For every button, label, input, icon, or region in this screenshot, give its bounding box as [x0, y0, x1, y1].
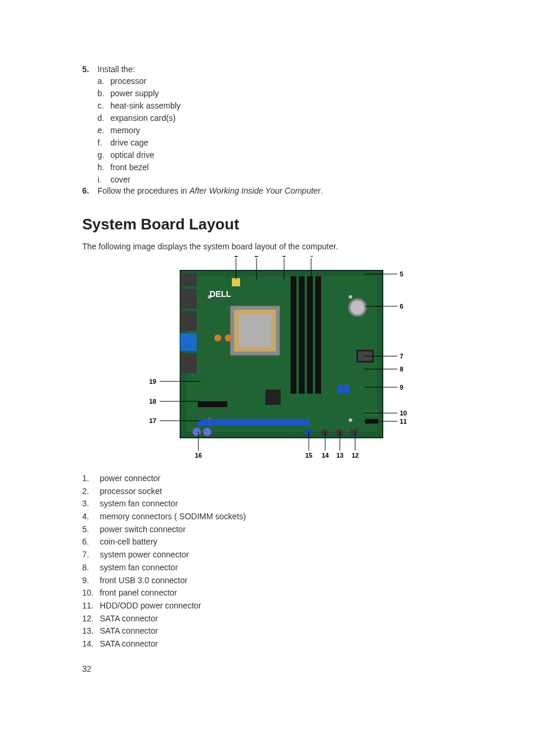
step-text: Install the:	[97, 65, 478, 74]
sub-item: f.drive cage	[97, 137, 478, 149]
svg-rect-23	[180, 273, 197, 286]
sub-item: b.power supply	[97, 87, 478, 100]
sub-letter: g.	[97, 149, 110, 161]
legend-num: 8.	[82, 562, 100, 574]
legend-num: 4.	[82, 510, 100, 523]
callout-label: 19	[149, 378, 156, 385]
sub-text: processor	[110, 75, 146, 87]
system-board-figure: DELL 12345678910111918171615141312	[82, 256, 478, 463]
legend-text: power connector	[100, 472, 161, 485]
legend-item: 5.power switch connector	[82, 523, 478, 536]
legend-item: 7.system power connector	[82, 549, 478, 562]
callout-label: 12	[352, 452, 359, 459]
legend-list: 1.power connector2.processor socket3.sys…	[82, 472, 478, 651]
callout-label: 11	[400, 418, 407, 425]
svg-rect-19	[365, 410, 378, 415]
svg-rect-33	[336, 430, 343, 435]
callout-label: 10	[400, 410, 407, 417]
callout-label: 8	[400, 366, 403, 373]
legend-item: 11.HDD/ODD power connector	[82, 600, 478, 613]
legend-text: SATA connector	[100, 613, 158, 625]
legend-text: memory connectors ( SODIMM sockets)	[100, 510, 246, 523]
step-6-suffix: .	[321, 186, 323, 195]
callout-label: 13	[336, 452, 343, 459]
svg-rect-12	[315, 276, 321, 394]
callout-label: 17	[149, 417, 156, 424]
svg-rect-27	[180, 353, 197, 373]
svg-point-35	[193, 428, 201, 436]
legend-text: SATA connector	[100, 625, 158, 638]
svg-rect-31	[305, 430, 312, 435]
sub-item: g.optical drive	[97, 149, 478, 161]
callout-label: 18	[149, 398, 156, 405]
sub-letter: e.	[97, 124, 110, 137]
legend-num: 13.	[82, 625, 100, 638]
svg-rect-21	[198, 419, 309, 426]
legend-item: 8.system fan connector	[82, 562, 478, 574]
step-text: Follow the procedures in After Working I…	[97, 186, 478, 195]
svg-rect-26	[180, 333, 197, 351]
callout-label: 4	[309, 256, 313, 258]
svg-rect-32	[321, 430, 328, 435]
legend-num: 9.	[82, 574, 100, 587]
svg-point-5	[349, 418, 352, 422]
legend-item: 9.front USB 3.0 connector	[82, 574, 478, 587]
legend-text: SATA connector	[100, 638, 158, 651]
intro-text: The following image displays the system …	[82, 242, 478, 251]
svg-rect-11	[307, 276, 313, 394]
svg-rect-34	[350, 430, 357, 435]
step-6-italic: After Working Inside Your Computer	[189, 186, 321, 195]
sub-text: drive cage	[110, 137, 149, 149]
sub-letter: d.	[97, 112, 110, 124]
motherboard-diagram: DELL 12345678910111918171615141312	[145, 256, 415, 461]
callout-label: 5	[400, 270, 403, 278]
sub-text: expansion card(s)	[110, 112, 176, 124]
legend-text: coin-cell battery	[100, 536, 157, 549]
svg-rect-1	[186, 276, 377, 432]
legend-item: 2.processor socket	[82, 485, 478, 498]
legend-num: 14.	[82, 638, 100, 651]
sub-text: optical drive	[110, 149, 154, 161]
sub-text: heat-sink assembly	[110, 100, 181, 112]
section-heading: System Board Layout	[82, 215, 478, 234]
legend-num: 2.	[82, 485, 100, 498]
step-marker: 5.	[82, 65, 97, 74]
sub-item: e.memory	[97, 124, 478, 137]
sub-item: c.heat-sink assembly	[97, 100, 478, 112]
legend-num: 7.	[82, 549, 100, 562]
callout-label: 1	[234, 256, 238, 258]
svg-rect-25	[180, 311, 197, 331]
legend-num: 6.	[82, 536, 100, 549]
svg-point-29	[225, 334, 232, 341]
sub-letter: c.	[97, 100, 110, 112]
sub-text: front bezel	[110, 161, 149, 174]
legend-num: 3.	[82, 498, 100, 510]
sub-item: i.cover	[97, 174, 478, 186]
legend-text: HDD/ODD power connector	[100, 600, 201, 613]
legend-text: power switch connector	[100, 523, 185, 536]
sub-item: d.expansion card(s)	[97, 112, 478, 124]
legend-item: 3.system fan connector	[82, 498, 478, 510]
legend-text: front USB 3.0 connector	[100, 574, 187, 587]
sub-item: h.front bezel	[97, 161, 478, 174]
callout-label: 16	[195, 452, 202, 459]
page-number: 32	[82, 664, 92, 674]
svg-rect-9	[291, 276, 296, 394]
svg-rect-10	[299, 276, 305, 394]
svg-rect-18	[338, 385, 349, 393]
legend-text: processor socket	[100, 485, 162, 498]
step-5-sublist: a.processorb.power supplyc.heat-sink ass…	[97, 75, 478, 186]
callout-label: 2	[255, 256, 258, 258]
legend-num: 1.	[82, 472, 100, 485]
legend-num: 11.	[82, 600, 100, 613]
callout-label: 9	[400, 384, 403, 391]
legend-num: 10.	[82, 587, 100, 600]
sub-text: cover	[110, 174, 130, 186]
svg-rect-22	[198, 401, 227, 407]
legend-text: system fan connector	[100, 562, 178, 574]
sub-text: memory	[110, 124, 140, 137]
step-marker: 6.	[82, 186, 97, 195]
legend-item: 10.front panel connector	[82, 587, 478, 600]
step-5: 5. Install the:	[82, 65, 478, 74]
sub-letter: a.	[97, 75, 110, 87]
